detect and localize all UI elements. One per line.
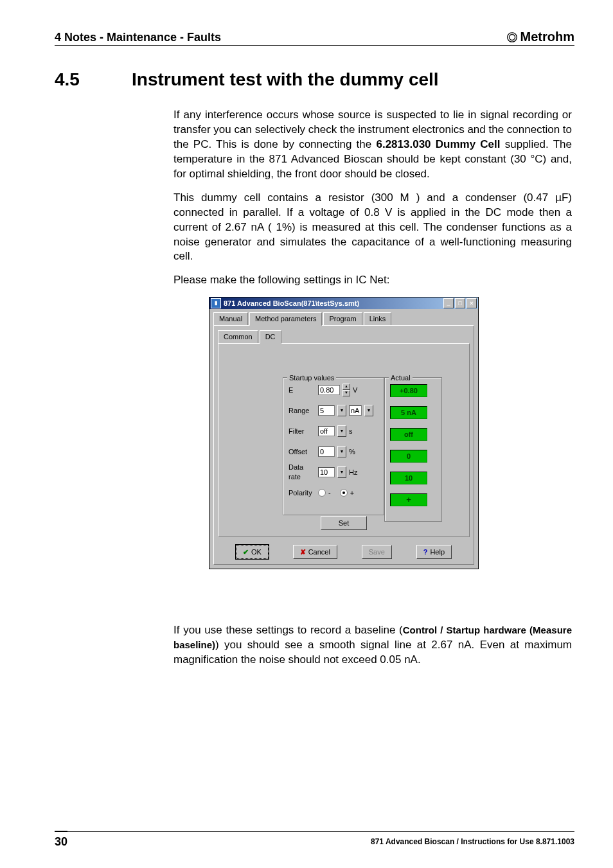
actual-polarity: + — [390, 493, 427, 506]
minimize-button[interactable]: _ — [443, 298, 454, 308]
offset-dropdown-icon[interactable]: ▼ — [337, 446, 346, 457]
footer-doc-id: 871 Advanced Bioscan / Instructions for … — [371, 837, 574, 846]
tab-links[interactable]: Links — [364, 312, 392, 326]
x-icon: ✘ — [300, 547, 306, 557]
polarity-plus-label: + — [350, 488, 354, 498]
footer-rule — [55, 831, 574, 832]
filter-label: Filter — [289, 427, 315, 436]
range-unit-dropdown-icon[interactable]: ▼ — [364, 405, 373, 416]
actual-datarate: 10 — [390, 472, 427, 484]
datarate-unit: Hz — [349, 468, 358, 477]
header-rule — [55, 45, 574, 46]
filter-input[interactable] — [318, 426, 335, 436]
subtab-common[interactable]: Common — [218, 330, 258, 344]
titlebar: ▮ 871 Advanced BioScan(871\testSys.smt) … — [209, 297, 478, 309]
offset-label: Offset — [289, 447, 315, 457]
actual-e: +0.80 — [390, 384, 427, 397]
e-spinner[interactable]: ▲▼ — [342, 384, 350, 396]
save-button[interactable]: Save — [362, 545, 392, 559]
subtab-dc[interactable]: DC — [260, 330, 281, 344]
actual-label: Actual — [389, 373, 413, 383]
e-input[interactable] — [318, 385, 340, 395]
header-brand: Metrohm — [506, 30, 574, 44]
datarate-dropdown-icon[interactable]: ▼ — [337, 466, 346, 478]
close-button[interactable]: × — [466, 298, 477, 308]
paragraph-2: This dummy cell contains a resistor (300… — [173, 191, 572, 265]
help-button[interactable]: ? Help — [416, 545, 452, 559]
startup-values-label: Startup values — [287, 373, 336, 383]
header-section: 4 Notes - Maintenance - Faults — [55, 31, 221, 44]
actual-group: Actual +0.80 5 nA off 0 10 + — [384, 377, 442, 522]
e-label: E — [289, 385, 315, 395]
actual-range: 5 nA — [390, 406, 427, 419]
section-number: 4.5 — [55, 69, 106, 90]
main-tabs: Manual Method parameters Program Links — [209, 309, 478, 325]
datarate-label: Data rate — [289, 463, 315, 482]
section-heading: 4.5 Instrument test with the dummy cell — [55, 69, 574, 90]
section-title: Instrument test with the dummy cell — [132, 69, 439, 90]
startup-values-group: Startup values E ▲▼ V Range ▼ — [283, 377, 384, 515]
tab-method-parameters[interactable]: Method parameters — [249, 312, 322, 326]
filter-dropdown-icon[interactable]: ▼ — [337, 425, 346, 437]
icnet-dialog: ▮ 871 Advanced BioScan(871\testSys.smt) … — [209, 297, 479, 569]
dc-panel: Startup values E ▲▼ V Range ▼ — [218, 343, 470, 537]
paragraph-3: Please make the following settings in IC… — [173, 273, 572, 288]
set-button[interactable]: Set — [321, 516, 367, 530]
polarity-plus-radio[interactable] — [340, 489, 348, 497]
filter-unit: s — [349, 427, 358, 436]
ok-button[interactable]: ✔ OK — [236, 545, 269, 559]
paragraph-1: If any interference occurs whose source … — [173, 108, 572, 182]
metrohm-logo-icon — [506, 31, 518, 43]
window-title: 871 Advanced BioScan(871\testSys.smt) — [224, 299, 442, 308]
dialog-buttons: ✔ OK ✘ Cancel Save ? Help — [214, 541, 474, 564]
tab-program[interactable]: Program — [323, 312, 362, 326]
check-icon: ✔ — [243, 547, 249, 557]
offset-input[interactable] — [318, 447, 335, 457]
datarate-input[interactable] — [318, 467, 335, 477]
polarity-minus-radio[interactable] — [318, 489, 326, 497]
polarity-minus-label: - — [328, 488, 331, 498]
method-parameters-panel: Common DC Startup values E ▲▼ V Rang — [213, 325, 474, 565]
maximize-button[interactable]: □ — [455, 298, 465, 308]
paragraph-4: If you use these settings to record a ba… — [173, 623, 572, 668]
app-icon: ▮ — [211, 298, 221, 308]
offset-unit: % — [349, 447, 358, 457]
cancel-button[interactable]: ✘ Cancel — [293, 545, 337, 559]
range-input[interactable] — [318, 405, 335, 416]
tab-manual[interactable]: Manual — [213, 312, 248, 326]
e-unit: V — [353, 385, 362, 395]
actual-filter: off — [390, 428, 427, 441]
polarity-label: Polarity — [289, 488, 315, 498]
range-unit-input[interactable] — [349, 405, 362, 416]
page-number: 30 — [55, 831, 67, 849]
actual-offset: 0 — [390, 450, 427, 463]
range-dropdown-icon[interactable]: ▼ — [337, 405, 346, 416]
question-icon: ? — [423, 547, 428, 557]
range-label: Range — [289, 406, 315, 416]
